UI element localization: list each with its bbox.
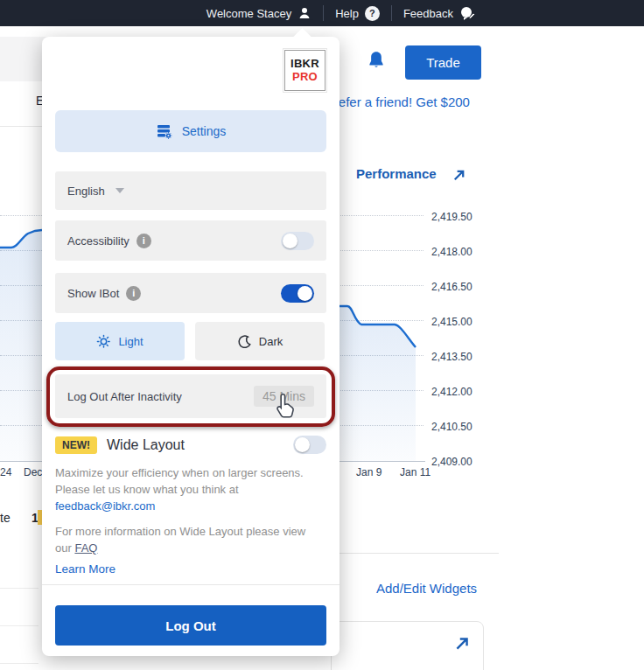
wide-layout-description: Maximize your efficiency when on larger … bbox=[55, 464, 326, 514]
faq-paragraph: For more information on Wide Layout plea… bbox=[55, 523, 326, 556]
toggle-knob bbox=[298, 286, 312, 301]
pro-label: PRO bbox=[292, 71, 318, 84]
y-axis-label: 2,418.00 bbox=[431, 246, 484, 258]
y-axis-label: 2,419.50 bbox=[431, 211, 484, 223]
inactivity-label: Log Out After Inactivity bbox=[67, 390, 182, 403]
toggle-knob bbox=[295, 437, 310, 452]
list-row-divider bbox=[0, 663, 38, 664]
dropdown-notch bbox=[293, 28, 312, 46]
theme-light-button[interactable]: Light bbox=[55, 322, 185, 360]
toggle-knob bbox=[283, 234, 298, 248]
desc-line: Maximize your efficiency when on larger … bbox=[55, 466, 304, 479]
y-axis-label: 2,409.00 bbox=[431, 456, 484, 468]
cursor-pointer-icon bbox=[273, 392, 299, 425]
wide-layout-row: NEW! Wide Layout bbox=[55, 436, 326, 454]
show-ibot-toggle[interactable] bbox=[281, 284, 314, 303]
x-axis-label: 24 bbox=[0, 466, 11, 478]
desc-line: Please let us know what you think at bbox=[55, 483, 239, 496]
info-icon[interactable]: i bbox=[126, 286, 141, 301]
theme-dark-label: Dark bbox=[259, 335, 283, 348]
x-axis-label: Jan 11 bbox=[400, 466, 430, 478]
faq-line-prefix: our bbox=[55, 541, 72, 555]
performance-chart-right-segment bbox=[340, 262, 424, 467]
feedback-label: Feedback bbox=[403, 7, 453, 20]
settings-button[interactable]: Settings bbox=[55, 110, 326, 152]
performance-expand-icon[interactable] bbox=[452, 168, 466, 186]
feedback-menu[interactable]: Feedback bbox=[392, 0, 486, 26]
learn-more-link[interactable]: Learn More bbox=[55, 562, 116, 576]
accessibility-row: Accessibility i bbox=[55, 220, 326, 261]
x-axis-label: Jan 9 bbox=[356, 466, 382, 478]
y-axis-label: 2,412.00 bbox=[431, 386, 484, 398]
top-navigation-bar: Welcome Stacey Help ? Feedback bbox=[0, 0, 644, 26]
help-icon: ? bbox=[365, 6, 380, 21]
user-icon bbox=[298, 6, 312, 20]
wide-layout-toggle[interactable] bbox=[293, 436, 326, 454]
list-row-divider bbox=[0, 625, 38, 626]
sun-icon bbox=[96, 334, 111, 349]
y-axis-label: 2,416.50 bbox=[431, 281, 484, 293]
help-menu[interactable]: Help ? bbox=[324, 0, 391, 26]
feedback-email-link[interactable]: feedback@ibkr.com bbox=[55, 499, 155, 513]
y-axis-label: 2,410.50 bbox=[431, 421, 484, 433]
notifications-bell-icon[interactable] bbox=[365, 49, 388, 75]
language-value: English bbox=[67, 185, 105, 198]
show-ibot-row: Show IBot i bbox=[55, 273, 326, 313]
left-widget-text-fragment: te bbox=[0, 511, 10, 525]
logout-button[interactable]: Log Out bbox=[55, 605, 326, 646]
ibkr-label: IBKR bbox=[290, 58, 319, 71]
chevron-down-icon bbox=[116, 188, 124, 193]
account-menu-trigger[interactable]: Welcome Stacey bbox=[195, 0, 323, 26]
theme-light-label: Light bbox=[118, 335, 143, 348]
y-axis-label: 2,413.50 bbox=[431, 351, 484, 363]
language-select[interactable]: English bbox=[55, 171, 326, 210]
refer-friend-link[interactable]: Refer a friend! Get $200 bbox=[329, 94, 470, 109]
settings-label: Settings bbox=[182, 124, 227, 138]
section-divider bbox=[340, 553, 499, 554]
y-axis-label: 2,415.00 bbox=[431, 316, 484, 328]
welcome-label: Welcome Stacey bbox=[206, 7, 291, 20]
panel-divider bbox=[42, 584, 340, 585]
add-edit-widgets-link[interactable]: Add/Edit Widgets bbox=[376, 581, 477, 596]
new-badge: NEW! bbox=[55, 436, 97, 454]
show-ibot-label: Show IBot bbox=[67, 287, 119, 300]
feedback-chat-icon bbox=[459, 5, 475, 21]
help-label: Help bbox=[335, 7, 359, 20]
wide-layout-label: Wide Layout bbox=[107, 437, 185, 453]
info-icon[interactable]: i bbox=[136, 234, 151, 248]
theme-dark-button[interactable]: Dark bbox=[195, 322, 325, 360]
widget-card bbox=[331, 621, 484, 670]
x-axis-label: Dec bbox=[24, 466, 42, 478]
moon-icon bbox=[237, 334, 252, 349]
ibkr-portal-page: E Trade Refer a friend! Get $200 Perform… bbox=[0, 0, 644, 670]
settings-list-gear-icon bbox=[156, 122, 173, 140]
widget-expand-icon[interactable] bbox=[453, 635, 471, 653]
performance-widget-title[interactable]: Performance bbox=[356, 166, 437, 181]
accessibility-toggle[interactable] bbox=[281, 232, 314, 250]
performance-chart-left-segment bbox=[0, 201, 42, 467]
faq-line: For more information on Wide Layout plea… bbox=[55, 525, 305, 538]
faq-link[interactable]: FAQ bbox=[74, 541, 97, 555]
trade-button[interactable]: Trade bbox=[405, 45, 481, 80]
accessibility-label: Accessibility bbox=[67, 234, 130, 248]
ibkr-pro-badge: IBKR PRO bbox=[284, 50, 326, 91]
account-settings-dropdown: IBKR PRO Settings English Accessibility … bbox=[42, 37, 340, 656]
list-row-divider bbox=[0, 588, 38, 589]
